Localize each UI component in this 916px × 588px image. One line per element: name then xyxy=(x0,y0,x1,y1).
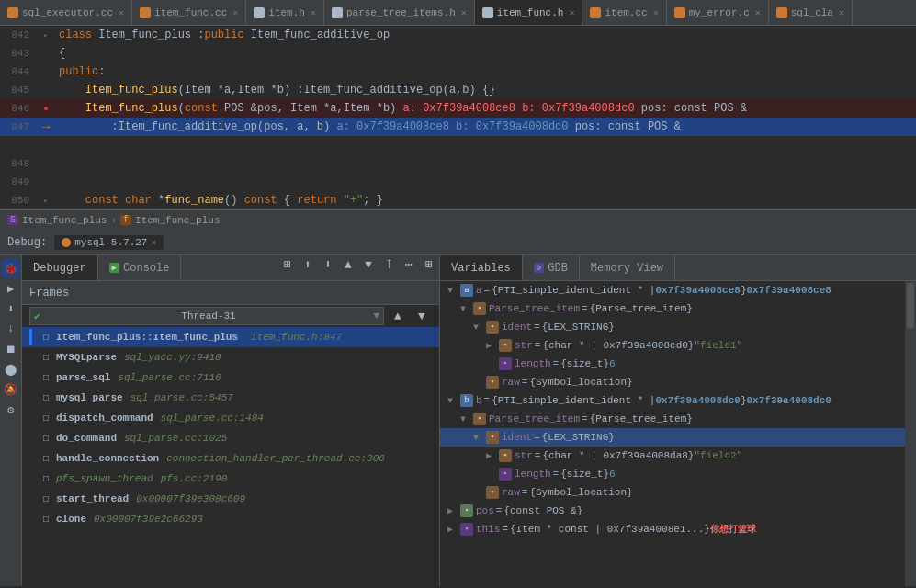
frame-item[interactable]: □ Item_func_plus::Item_func_plus item_fu… xyxy=(22,327,439,347)
thread-selector[interactable]: ✔ Thread-31 ▼ xyxy=(29,307,384,325)
var-toggle-parse-tree-a[interactable]: ▼ xyxy=(460,304,473,314)
var-row-a[interactable]: ▼ a a = {PTI_simple_ident_ident * | 0x7f… xyxy=(440,281,905,300)
toolbar-btn-down2[interactable]: ⬇ xyxy=(318,255,338,274)
var-row-length-b[interactable]: ▪ length = {size_t} 6 xyxy=(440,465,905,483)
var-row-length-a[interactable]: ▪ length = {size_t} 6 xyxy=(440,355,905,373)
frame-item[interactable]: □ pfs_spawn_thread pfs.cc:2190 xyxy=(22,469,439,489)
file-tab[interactable]: item_func.h✕ xyxy=(475,0,583,25)
file-tab[interactable]: sql_executor.cc✕ xyxy=(0,0,132,25)
toolbar-btn-more[interactable]: ⋯ xyxy=(399,255,419,274)
var-row-raw-a[interactable]: ▪ raw = {Symbol_location} xyxy=(440,373,905,391)
frame-item[interactable]: □ clone 0x00007f39e2c66293 xyxy=(22,509,439,529)
tab-close-btn[interactable]: ✕ xyxy=(461,7,467,18)
frame-name-6: handle_connection xyxy=(56,453,159,464)
var-toggle-str-b[interactable]: ▶ xyxy=(486,450,499,461)
thread-down-btn[interactable]: ▼ xyxy=(412,307,432,325)
thread-up-btn[interactable]: ▲ xyxy=(388,307,408,325)
var-row-str-a[interactable]: ▶ ▪ str = {char * | 0x7f39a4008cd0} "fie… xyxy=(440,336,905,355)
toolbar-btn-up3[interactable]: ▲ xyxy=(338,255,358,274)
file-tab[interactable]: item.h✕ xyxy=(246,0,324,25)
frames-header-label: Frames xyxy=(29,287,69,300)
tab-close-btn[interactable]: ✕ xyxy=(232,7,238,18)
tab-debugger[interactable]: Debugger xyxy=(22,255,98,280)
tab-close-btn[interactable]: ✕ xyxy=(755,7,761,18)
var-row-parse-tree-b[interactable]: ▼ ▪ Parse_tree_item = {Parse_tree_item} xyxy=(440,410,905,428)
tab-icon xyxy=(674,7,685,18)
var-name-str-a: str xyxy=(515,340,533,351)
var-row-pos[interactable]: ▶ ▪ pos = {const POS &} xyxy=(440,502,905,520)
var-name-length-a: length xyxy=(515,358,551,369)
tab-close-btn[interactable]: ✕ xyxy=(311,7,316,18)
frame-icon-7: □ xyxy=(40,472,52,485)
tab-label: sql_cla xyxy=(791,7,833,18)
vars-scrollbar[interactable] xyxy=(905,281,916,586)
var-row-ident-b[interactable]: ▼ ▪ ident = {LEX_STRING} xyxy=(440,428,905,447)
side-btn-debug[interactable]: 🐞 xyxy=(2,259,20,277)
side-btn-step-in[interactable]: ↓ xyxy=(2,320,20,338)
var-toggle-str-a[interactable]: ▶ xyxy=(486,340,499,351)
var-toggle-this[interactable]: ▶ xyxy=(447,524,460,535)
tab-icon xyxy=(254,7,265,18)
gdb-icon: ⚙ xyxy=(534,263,544,273)
side-btn-step-over[interactable]: ⬇ xyxy=(2,300,20,318)
side-btn-settings[interactable]: ⚙ xyxy=(2,401,20,419)
var-toggle-a[interactable]: ▼ xyxy=(447,286,460,296)
line-content: const char *func_name() const { return "… xyxy=(55,194,916,207)
debug-session-close[interactable]: ✕ xyxy=(151,237,156,248)
tab-variables[interactable]: Variables xyxy=(440,255,523,280)
file-tab[interactable]: parse_tree_items.h✕ xyxy=(324,0,475,25)
var-row-str-b[interactable]: ▶ ▪ str = {char * | 0x7f39a4008da8} "fie… xyxy=(440,447,905,465)
toolbar-btn-grid[interactable]: ⊞ xyxy=(419,255,439,274)
debug-session[interactable]: mysql-5.7.27 ✕ xyxy=(54,235,164,250)
frame-item[interactable]: □ handle_connection connection_handler_p… xyxy=(22,448,439,469)
tab-close-btn[interactable]: ✕ xyxy=(119,7,124,18)
side-btn-breakpoints[interactable]: ⬤ xyxy=(2,360,20,379)
var-toggle-pos[interactable]: ▶ xyxy=(447,505,460,516)
tab-console-label: Console xyxy=(123,262,169,275)
toolbar-btn-filter[interactable]: ⊺ xyxy=(379,255,399,274)
frame-item[interactable]: □ MYSQLparse sql_yacc.yy:9410 xyxy=(22,347,439,368)
var-row-parse-tree-a[interactable]: ▼ ▪ Parse_tree_item = {Parse_tree_item} xyxy=(440,300,905,318)
side-btn-run[interactable]: ▶ xyxy=(2,279,20,298)
frame-item[interactable]: □ start_thread 0x00007f39e308c609 xyxy=(22,489,439,509)
var-toggle-parse-tree-b[interactable]: ▼ xyxy=(460,414,473,424)
tab-memory[interactable]: Memory View xyxy=(580,255,675,280)
file-tab[interactable]: my_error.c✕ xyxy=(667,0,769,25)
tab-close-btn[interactable]: ✕ xyxy=(569,7,574,18)
var-row-raw-b[interactable]: ▪ raw = {Symbol_location} xyxy=(440,483,905,502)
frame-name-7: pfs_spawn_thread xyxy=(56,473,153,484)
tab-console[interactable]: ▶ Console xyxy=(98,255,182,280)
tab-label: item.cc xyxy=(605,7,647,18)
tab-gdb[interactable]: ⚙ GDB xyxy=(523,255,580,280)
side-btn-stop[interactable]: ⏹ xyxy=(2,340,20,358)
tab-close-btn[interactable]: ✕ xyxy=(653,7,659,18)
frame-item[interactable]: □ do_command sql_parse.cc:1025 xyxy=(22,428,439,448)
frame-item[interactable]: □ parse_sql sql_parse.cc:7116 xyxy=(22,368,439,388)
tab-icon xyxy=(140,7,151,18)
debug-label: Debug: xyxy=(7,236,47,249)
var-toggle-ident-a[interactable]: ▼ xyxy=(473,322,486,333)
var-row-b[interactable]: ▼ b b = {PTI_simple_ident_ident * | 0x7f… xyxy=(440,391,905,410)
var-toggle-b[interactable]: ▼ xyxy=(447,396,460,406)
tab-close-btn[interactable]: ✕ xyxy=(839,7,844,18)
frame-icon-5: □ xyxy=(40,432,52,445)
file-tab[interactable]: item_func.cc✕ xyxy=(132,0,246,25)
var-icon-this: ▪ xyxy=(460,523,473,536)
frame-item[interactable]: □ dispatch_command sql_parse.cc:1484 xyxy=(22,408,439,428)
var-toggle-ident-b[interactable]: ▼ xyxy=(473,433,486,443)
vars-scrollbar-thumb[interactable] xyxy=(907,283,914,329)
code-line: 849 xyxy=(0,173,916,191)
tab-icon xyxy=(7,7,18,18)
file-tab[interactable]: sql_cla✕ xyxy=(769,0,853,25)
toolbar-btn-up2[interactable]: ⬆ xyxy=(298,255,318,274)
side-btn-mute[interactable]: 🔕 xyxy=(2,380,20,399)
var-row-ident-a[interactable]: ▼ ▪ ident = {LEX_STRING} xyxy=(440,318,905,336)
file-tab[interactable]: item.cc✕ xyxy=(582,0,666,25)
toolbar-btn-layout[interactable]: ⊞ xyxy=(277,255,298,274)
frame-item[interactable]: □ mysql_parse sql_parse.cc:5457 xyxy=(22,388,439,408)
var-icon-str-b: ▪ xyxy=(499,449,512,462)
var-row-this[interactable]: ▶ ▪ this = {Item * const | 0x7f39a4008e1… xyxy=(440,520,905,538)
tab-gdb-label: GDB xyxy=(548,262,568,275)
var-icon-parse-tree-a: ▪ xyxy=(473,302,486,315)
toolbar-btn-down3[interactable]: ▼ xyxy=(358,255,379,274)
